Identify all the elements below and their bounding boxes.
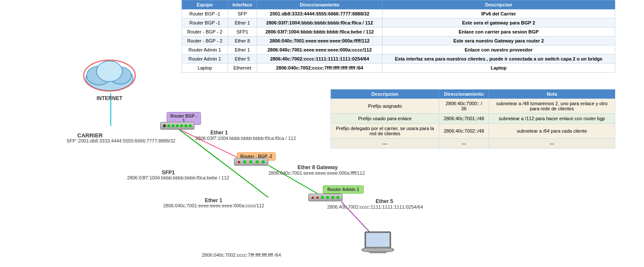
svg-rect-14 [369,252,386,253]
laptop-svg [361,230,395,255]
laptop-area [352,230,404,256]
col-equipo: Equipo [182,0,228,9]
table-row: Router BGP -1Ether 12806:03f7:1004:bbbb:… [182,18,615,27]
internet-cloud: INTERNET [79,55,140,101]
table-row: Router Admin 1Ether 12806:040c:7001:eeee… [182,46,615,55]
table-row: Prefijo usado para enlace2806:40c:7001::… [331,114,615,124]
sfp1-addr: 2806:03f7:1004:bbbb:bbbb:bbbb:f0ca:bebe … [127,175,229,180]
table-row: Prefijo delegado por el carrier, se usar… [331,124,615,139]
port-r1 [238,161,240,163]
sfp1-label: SFP1 [162,170,175,176]
col-dir: Direccionamiento [257,0,383,9]
port-r2 [243,161,246,163]
port3 [172,124,174,127]
port-r4 [256,161,258,163]
table-row: Router - BGP - 2SFP12806:03f7:1004:bbbb:… [182,27,615,36]
col2-nota: Nota [489,90,615,99]
ether8-addr: 2806:040c:7001:eeee:eeee:eeee:000a:ffff/… [268,170,365,176]
router-admin1-label-box: Router Admin 1 [323,185,364,194]
col2-dir: Direccionamiento [439,90,489,99]
internet-label: INTERNET [79,95,140,101]
ether1-admin-label: Ether 1 [205,197,222,203]
port6 [185,124,187,127]
table-row: Prefijo asignado2806:40c:7000:: / 36subn… [331,99,615,114]
svg-point-8 [97,61,122,82]
col-interface: Interface [228,0,257,9]
router-admin1-icon [308,194,343,201]
router-bgp2-icon [234,158,268,166]
router-admin1-label: Router Admin 1 [327,187,359,192]
ether1-bgp1-addr: 2806:03f7:1004:bbbb:bbbb:bbbb:f0ca:f0ca … [195,136,296,141]
router-bgp1-icon [160,122,194,130]
port-a6 [337,196,339,199]
table-row: Router - BGP - 2Ether 82806:040c:7001:ee… [182,36,615,46]
col2-desc: Descripcion [331,90,439,99]
carrier-sfp: SFP :2001:db8:3333:4444:5555:6666:7777:8… [67,138,176,143]
col-desc: Descripcion [382,0,615,9]
ether1-bgp1-label: Ether 1 [210,130,228,136]
ether1-admin-addr: 2806:040c:7001:eeee:eeee:eeee:000a:cccc/… [163,203,264,208]
port-a2 [316,197,319,199]
second-table: Descripcion Direccionamiento Nota Prefij… [331,89,615,149]
table-row: Router BGP -1SFP2001:db8:3333:4444:5555:… [182,9,615,18]
table-row: Router Admin 1Ether 52806:40c:7002:cccc:… [182,55,615,64]
ether5-addr: 2806:40c:7002:cccc:1111:1111:1111:0254/6… [327,204,423,209]
port2 [167,124,170,127]
carrier-label: CARRIER [77,132,103,139]
port-a4 [326,196,329,199]
port4 [176,124,179,127]
svg-rect-13 [363,248,393,252]
ether8-label: Ether 8 Gateway [298,164,337,170]
port-r3 [249,161,252,163]
main-table: Equipo Interface Direccionamiento Descri… [182,0,615,73]
port-a3 [321,196,324,199]
port1 [163,124,166,127]
table-row: ——— [331,139,615,149]
ether5-label: Ether 5 [376,198,393,204]
port-a1 [312,197,314,199]
svg-rect-11 [366,233,389,247]
laptop-addr: 2806:040c:7002:cccc:7fff:ffff:ffff:ffff … [202,252,281,258]
port-r5 [262,161,264,163]
port7 [189,124,191,127]
port-a5 [331,196,334,199]
port5 [180,124,183,127]
table-row: LaptopEthernet2806:040c:7002:cccc:7fff:f… [182,64,615,73]
